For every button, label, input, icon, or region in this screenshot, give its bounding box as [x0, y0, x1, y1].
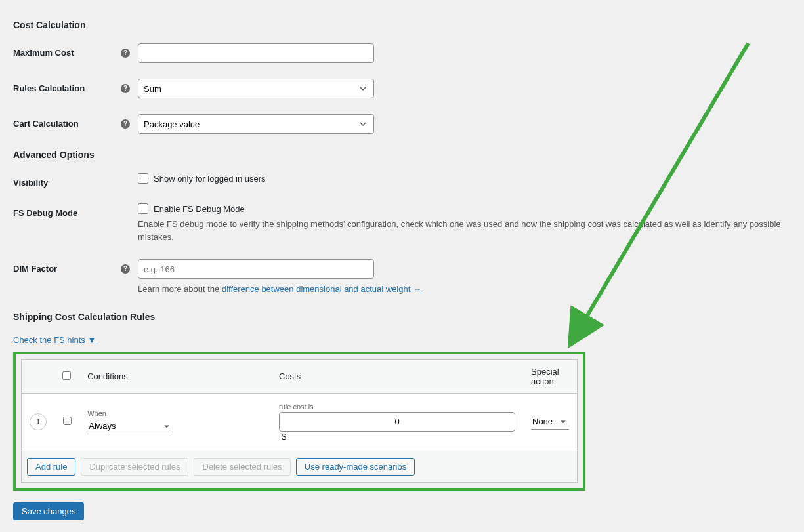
rule-row: 1 When Always rule cost is $ [22, 393, 578, 451]
help-icon[interactable]: ? [121, 119, 130, 129]
dim-help-link[interactable]: difference between dimensional and actua… [222, 284, 421, 294]
dim-factor-input[interactable] [138, 259, 374, 279]
rules-table: Conditions Costs Special action 1 When A… [21, 359, 578, 451]
fs-debug-help-text: Enable FS debug mode to verify the shipp… [138, 218, 791, 243]
conditions-header: Conditions [79, 359, 271, 393]
check-fs-hints-link[interactable]: Check the FS hints ▼ [13, 335, 96, 345]
when-label: When [87, 409, 263, 417]
maximum-cost-label: Maximum Cost [13, 48, 74, 58]
cost-calculation-heading: Cost Calculation [13, 20, 791, 30]
help-icon[interactable]: ? [121, 84, 130, 93]
special-action-header: Special action [523, 359, 578, 393]
add-rule-button[interactable]: Add rule [27, 458, 75, 476]
rule-cost-label: rule cost is [279, 403, 515, 411]
select-all-checkbox[interactable] [62, 371, 71, 380]
visibility-label: Visibility [13, 178, 48, 188]
maximum-cost-input[interactable] [138, 43, 374, 63]
cart-calculation-select[interactable]: Package value [138, 114, 374, 134]
fs-debug-checkbox[interactable] [138, 203, 148, 214]
duplicate-rules-button[interactable]: Duplicate selected rules [81, 458, 188, 476]
advanced-options-heading: Advanced Options [13, 150, 791, 160]
help-icon[interactable]: ? [121, 264, 130, 274]
rule-checkbox[interactable] [63, 417, 72, 425]
rules-calculation-select[interactable]: Sum [138, 79, 374, 98]
dim-help-prefix: Learn more about the [138, 284, 222, 294]
dim-factor-label: DIM Factor [13, 264, 57, 274]
visibility-checkbox-label: Show only for logged in users [154, 174, 266, 184]
rule-number: 1 [30, 413, 47, 430]
fs-debug-checkbox-label: Enable FS Debug Mode [154, 204, 245, 214]
delete-rules-button[interactable]: Delete selected rules [194, 458, 290, 476]
costs-header: Costs [271, 359, 523, 393]
when-select[interactable]: Always [87, 419, 173, 434]
special-action-select[interactable]: None [531, 414, 569, 430]
shipping-rules-heading: Shipping Cost Calculation Rules [13, 312, 791, 322]
fs-debug-label: FS Debug Mode [13, 208, 77, 218]
help-icon[interactable]: ? [121, 49, 130, 58]
currency-symbol: $ [282, 432, 286, 441]
rule-cost-input[interactable] [279, 412, 515, 432]
cart-calculation-label: Cart Calculation [13, 119, 79, 129]
save-changes-button[interactable]: Save changes [13, 502, 84, 520]
visibility-checkbox[interactable] [138, 173, 148, 184]
use-scenarios-button[interactable]: Use ready-made scenarios [296, 458, 415, 476]
rules-highlighted-box: Conditions Costs Special action 1 When A… [13, 352, 585, 491]
rules-calculation-label: Rules Calculation [13, 83, 85, 93]
